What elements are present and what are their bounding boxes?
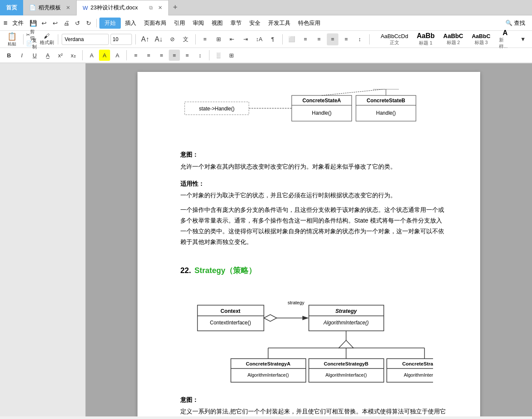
- align7-btn[interactable]: ≡: [182, 50, 193, 61]
- text-color-btn[interactable]: A: [112, 50, 123, 61]
- subscript-btn[interactable]: x₂: [68, 50, 79, 61]
- highlight-btn[interactable]: A: [99, 50, 110, 61]
- style-h1[interactable]: AaBb 标题 1: [414, 31, 437, 47]
- font-size-select[interactable]: [111, 34, 132, 45]
- paste-label: 粘贴: [8, 41, 16, 47]
- style-new[interactable]: A 新样...: [496, 28, 514, 51]
- applicability-text1: 一个对象的行为取决于它的状态，并且它必须在运行时刻根据状态改变它的行为。: [180, 190, 446, 201]
- align-center-btn[interactable]: ≡: [299, 33, 311, 45]
- clear-format-btn[interactable]: ⊘: [166, 33, 178, 45]
- font-grow-btn[interactable]: A↑: [139, 33, 151, 45]
- font-color-btn[interactable]: A: [86, 50, 97, 61]
- tab-home[interactable]: 首页: [0, 0, 23, 15]
- svg-text:Handle(): Handle(): [376, 110, 396, 116]
- format-brush-button[interactable]: 🖌 格式刷: [39, 33, 54, 45]
- superscript-btn[interactable]: x²: [55, 50, 66, 61]
- intent-label: 意图：: [180, 150, 446, 159]
- menu-review[interactable]: 审阅: [189, 18, 207, 29]
- tab-doc-close[interactable]: ✕: [158, 5, 162, 11]
- sep2-1: [82, 50, 83, 60]
- tab-template[interactable]: 📄 稻壳模板 ✕: [23, 0, 76, 15]
- svg-text:ConcreteStateB: ConcreteStateB: [367, 98, 405, 104]
- strikethrough-btn[interactable]: A̲: [42, 50, 53, 61]
- font-shrink-btn[interactable]: A↓: [153, 33, 165, 45]
- style-new-preview: A: [503, 29, 508, 37]
- clipboard-group: 📋 粘贴 ✂ 剪切 📄 复制 🖌 格式刷: [3, 31, 54, 48]
- tab-doc-restore[interactable]: ⧉: [149, 5, 153, 11]
- svg-text:ConcreteStrategyA: ConcreteStrategyA: [246, 361, 290, 366]
- font-select[interactable]: [62, 34, 109, 45]
- tab-doc[interactable]: W 23种设计模式.docx ⧉ ✕: [76, 0, 169, 15]
- svg-text:AlgorithmInterface(): AlgorithmInterface(): [248, 372, 289, 377]
- phonetic-btn[interactable]: 文: [180, 33, 192, 45]
- menu-view[interactable]: 视图: [208, 18, 226, 29]
- sep2-2: [126, 50, 127, 60]
- doc-area[interactable]: state->Handle() ConcreteStateA Handle() …: [86, 63, 532, 416]
- menu-insert[interactable]: 插入: [122, 18, 140, 29]
- sep-4: [282, 34, 283, 45]
- show-para-btn[interactable]: ¶: [267, 33, 279, 45]
- menu-start[interactable]: 开始: [99, 18, 121, 29]
- underline-btn[interactable]: U: [29, 50, 40, 61]
- indent-decrease-btn[interactable]: ⇤: [226, 33, 238, 45]
- style-h2[interactable]: AaBbC 标题 2: [441, 32, 466, 47]
- menu-devtools[interactable]: 开发工具: [265, 18, 294, 29]
- svg-text:state->Handle(): state->Handle(): [199, 106, 234, 112]
- save-icon[interactable]: 💾: [28, 18, 38, 28]
- align-left-btn[interactable]: ⬜: [286, 33, 298, 45]
- tab-template-close[interactable]: ✕: [66, 5, 70, 11]
- menu-find[interactable]: 🔍 查找: [502, 18, 529, 29]
- align-right-btn[interactable]: ≡: [313, 33, 325, 45]
- line-spacing-btn[interactable]: ↕: [354, 33, 366, 45]
- style-more-btn[interactable]: ▼: [517, 33, 529, 45]
- menu-special[interactable]: 特色应用: [295, 18, 324, 29]
- copy-button[interactable]: 📄 复制: [26, 40, 38, 48]
- numbered-list-btn[interactable]: ⊞: [212, 33, 224, 45]
- menu-file[interactable]: 文件: [9, 18, 27, 29]
- align2-btn[interactable]: ≡: [340, 33, 352, 45]
- redo-icon[interactable]: ↻: [84, 18, 94, 28]
- svg-text:Context: Context: [221, 308, 241, 314]
- strategy-uml-container: Context ContextInterface() strategy Stra…: [180, 292, 446, 386]
- sep-3: [195, 34, 196, 45]
- svg-marker-19: [264, 315, 277, 321]
- italic-btn[interactable]: I: [16, 50, 27, 61]
- style-normal[interactable]: AaBbCcDd 正文: [378, 32, 411, 47]
- state-uml-svg: state->Handle() ConcreteStateA Handle() …: [180, 89, 446, 140]
- menu-chapter[interactable]: 章节: [227, 18, 245, 29]
- align5-btn[interactable]: ≡: [156, 50, 167, 61]
- bold-btn[interactable]: B: [3, 50, 15, 61]
- undo2-icon[interactable]: ↩: [50, 18, 60, 28]
- shading-btn[interactable]: ░: [213, 50, 224, 61]
- align6-btn[interactable]: ≡: [169, 50, 180, 61]
- menu-security[interactable]: 安全: [246, 18, 264, 29]
- hamburger-icon[interactable]: ≡: [3, 19, 7, 27]
- intent2-label: 意图：: [180, 395, 446, 404]
- tab-new[interactable]: +: [169, 3, 182, 12]
- line2-btn[interactable]: ↕: [194, 50, 206, 61]
- tab-template-label: 稻壳模板: [39, 4, 61, 12]
- sep2-3: [209, 50, 209, 60]
- style-h3[interactable]: AaBbC 标题 3: [469, 32, 493, 47]
- document-page: state->Handle() ConcreteStateA Handle() …: [137, 72, 480, 416]
- toolbar-1: 📋 粘贴 ✂ 剪切 📄 复制 🖌 格式刷 A↑ A↓ ⊘ 文 ≡ ⊞ ⇤ ⇥ ↕…: [0, 31, 532, 48]
- list-btn[interactable]: ≡: [199, 33, 211, 45]
- undo3-icon[interactable]: ↺: [72, 18, 83, 28]
- menu-ref[interactable]: 引用: [170, 18, 188, 29]
- print-icon[interactable]: 🖨: [61, 18, 72, 28]
- border-btn[interactable]: ⊞: [226, 50, 237, 61]
- undo-icon[interactable]: ↩: [39, 18, 49, 28]
- menu-layout[interactable]: 页面布局: [140, 18, 170, 29]
- sort-btn[interactable]: ↕A: [253, 33, 265, 45]
- intent2-text: 定义一系列的算法,把它们一个个封装起来，并且使它们可相互替换。本模式使得算法可独…: [180, 406, 446, 416]
- indent-increase-btn[interactable]: ⇥: [240, 33, 252, 45]
- style-h1-preview: AaBb: [417, 32, 435, 40]
- style-normal-preview: AaBbCcDd: [381, 33, 408, 39]
- sep-2: [135, 34, 136, 45]
- justify-btn[interactable]: ≡: [327, 33, 339, 45]
- paste-button[interactable]: 📋 粘贴: [3, 32, 21, 47]
- align3-btn[interactable]: ≡: [130, 50, 141, 61]
- left-panel: [0, 63, 86, 416]
- svg-text:ConcreteStateA: ConcreteStateA: [302, 98, 341, 104]
- align4-btn[interactable]: ≡: [143, 50, 154, 61]
